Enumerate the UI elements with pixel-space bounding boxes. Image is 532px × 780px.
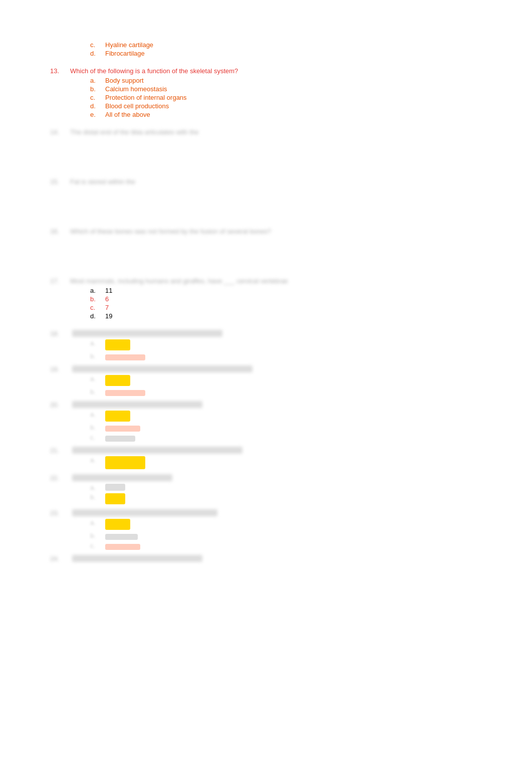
question-16-line: 16. Which of these bones was not formed … [50, 228, 482, 235]
question-21-text [72, 447, 242, 454]
text-13b: Calcium homeostasis [105, 85, 167, 93]
question-22: 22. a. b. [50, 474, 482, 504]
question-22-text [72, 474, 172, 481]
answer-17c: c. 7 [90, 304, 482, 311]
question-12-partial: c. Hyaline cartilage d. Fibrocartilage [50, 41, 482, 57]
letter-13c: c. [90, 94, 105, 101]
question-19-num: 19. [50, 365, 70, 373]
question-20: 20. a. b. c. [50, 401, 482, 442]
answer-23c-row: c. [90, 542, 482, 550]
letter-13e: e. [90, 111, 105, 118]
text-13e: All of the above [105, 111, 150, 118]
question-20-num: 20. [50, 401, 70, 409]
question-17-answers: a. 11 b. 6 c. 7 d. 19 [90, 287, 482, 320]
question-14-text: The distal end of the tibia articulates … [70, 128, 199, 136]
question-18-line: 18. [50, 330, 482, 337]
text-13c: Protection of internal organs [105, 94, 187, 101]
answer-20c-row: c. [90, 434, 482, 442]
question-20-text [72, 401, 202, 408]
question-24-num: 24. [50, 555, 70, 562]
question-13-answers: a. Body support b. Calcium homeostasis c… [90, 77, 482, 118]
answer-23b-row: b. [90, 532, 482, 540]
answer-13b: b. Calcium homeostasis [90, 85, 482, 93]
question-23-num: 23. [50, 509, 70, 517]
letter-13b: b. [90, 85, 105, 93]
text-13d: Blood cell productions [105, 102, 169, 110]
question-16-num: 16. [50, 228, 70, 235]
question-23-line: 23. [50, 509, 482, 517]
answer-22b-row: b. [90, 493, 482, 504]
question-13-text: Which of the following is a function of … [70, 67, 238, 75]
question-15-line: 15. Fat is stored within the [50, 178, 482, 185]
question-17-line: 17. Most mammals, including humans and g… [50, 277, 482, 285]
question-23-text [72, 509, 217, 516]
question-13-num: 13. [50, 67, 70, 75]
letter-13d: d. [90, 102, 105, 110]
question-18-text [72, 330, 222, 337]
question-18: 18. a. b. [50, 330, 482, 360]
text-17c: 7 [105, 304, 109, 311]
answer-21a-row: a. [90, 456, 482, 469]
answer-20b-row: b. [90, 424, 482, 432]
question-19-text [72, 365, 252, 372]
text-17d: 19 [105, 312, 112, 320]
answer-22a-row: a. [90, 484, 482, 491]
letter-17b: b. [90, 295, 105, 303]
letter-17c: c. [90, 304, 105, 311]
letter-12c: c. [90, 41, 105, 49]
question-21-line: 21. [50, 447, 482, 454]
question-13: 13. Which of the following is a function… [50, 67, 482, 118]
text-17b: 6 [105, 295, 109, 303]
question-15-num: 15. [50, 178, 70, 185]
text-12c: Hyaline cartilage [105, 41, 153, 49]
text-17a: 11 [105, 287, 112, 294]
answer-17a: a. 11 [90, 287, 482, 294]
answer-19b-row: b. [90, 388, 482, 396]
question-21: 21. a. [50, 447, 482, 469]
question-24: 24. [50, 555, 482, 562]
answer-12d: d. Fibrocartilage [90, 50, 482, 57]
letter-12d: d. [90, 50, 105, 57]
question-14-line: 14. The distal end of the tibia articula… [50, 128, 482, 136]
question-13-line: 13. Which of the following is a function… [50, 67, 482, 75]
answer-13c: c. Protection of internal organs [90, 94, 482, 101]
answer-13e: e. All of the above [90, 111, 482, 118]
answer-12c: c. Hyaline cartilage [90, 41, 482, 49]
question-17-text: Most mammals, including humans and giraf… [70, 277, 288, 285]
answer-23a-row: a. [90, 519, 482, 530]
question-24-text [72, 555, 202, 562]
answer-18b-row: b. [90, 352, 482, 360]
answer-13d: d. Blood cell productions [90, 102, 482, 110]
question-17-num: 17. [50, 277, 70, 285]
question-23: 23. a. b. c. [50, 509, 482, 550]
answer-20a-row: a. [90, 411, 482, 422]
question-20-line: 20. [50, 401, 482, 409]
question-22-num: 22. [50, 474, 70, 482]
answer-17d: d. 19 [90, 312, 482, 320]
question-22-line: 22. [50, 474, 482, 482]
text-12d: Fibrocartilage [105, 50, 145, 57]
question-17: 17. Most mammals, including humans and g… [50, 277, 482, 320]
question-14: 14. The distal end of the tibia articula… [50, 128, 482, 168]
question-15-text: Fat is stored within the [70, 178, 135, 185]
letter-17a: a. [90, 287, 105, 294]
question-14-num: 14. [50, 128, 70, 136]
question-24-line: 24. [50, 555, 482, 562]
question-16: 16. Which of these bones was not formed … [50, 228, 482, 267]
question-19: 19. a. b. [50, 365, 482, 396]
question-19-line: 19. [50, 365, 482, 373]
letter-13a: a. [90, 77, 105, 84]
question-18-num: 18. [50, 330, 70, 337]
letter-17d: d. [90, 312, 105, 320]
answer-18a-row: a. [90, 339, 482, 350]
question-15: 15. Fat is stored within the [50, 178, 482, 218]
answer-13a: a. Body support [90, 77, 482, 84]
question-21-num: 21. [50, 447, 70, 454]
answer-19a-row: a. [90, 375, 482, 386]
answer-17b: b. 6 [90, 295, 482, 303]
text-13a: Body support [105, 77, 144, 84]
question-16-text: Which of these bones was not formed by t… [70, 228, 271, 235]
